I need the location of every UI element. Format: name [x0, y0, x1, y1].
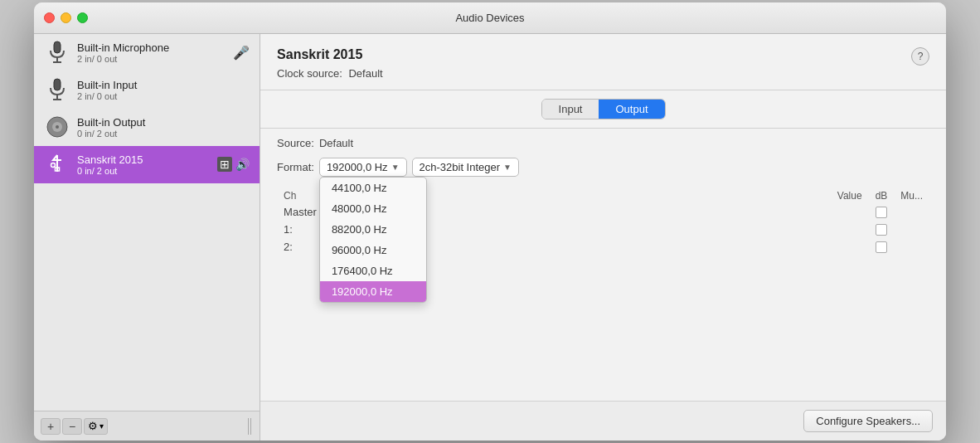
device-name: Built-in Output [77, 116, 250, 129]
device-item-sanskrit-2015[interactable]: Sanskrit 2015 0 in/ 2 out ⊞ 🔊 [34, 146, 260, 183]
mu-1 [869, 221, 895, 238]
sample-rate-dropdown[interactable]: 192000,0 Hz ▼ 44100,0 Hz 48000,0 Hz 8820… [319, 158, 407, 177]
svg-rect-0 [54, 41, 61, 53]
device-info: Built-in Microphone 2 in/ 0 out [77, 41, 233, 64]
device-header: Sanskrit 2015 Clock source: Default ? [260, 34, 946, 90]
help-button[interactable]: ? [911, 47, 929, 66]
device-list: Built-in Microphone 2 in/ 0 out 🎤 [34, 34, 260, 411]
device-name: Built-in Microphone [77, 41, 233, 54]
bit-depth-dropdown[interactable]: 2ch-32bit Integer ▼ [412, 158, 519, 177]
device-header-info: Sanskrit 2015 Clock source: Default [277, 47, 383, 80]
sample-rate-option-88200[interactable]: 88200,0 Hz [320, 219, 426, 240]
value-master [665, 203, 831, 221]
sample-rate-menu: 44100,0 Hz 48000,0 Hz 88200,0 Hz 96000,0… [319, 177, 427, 303]
input-icon [44, 76, 70, 103]
bit-depth-btn[interactable]: 2ch-32bit Integer ▼ [412, 158, 519, 177]
settings-button[interactable]: ⚙ ▾ [84, 418, 108, 435]
mu-master [869, 203, 895, 221]
cell-4 [652, 221, 665, 238]
minimize-button[interactable] [61, 12, 71, 23]
speaker-icon: 🔊 [235, 158, 250, 171]
device-right-icons: ⊞ 🔊 [217, 157, 250, 172]
cell-3 [403, 203, 652, 221]
audio-devices-window: Audio Devices Built-in [34, 2, 946, 441]
device-title: Sanskrit 2015 [277, 47, 383, 62]
tab-group: Input Output [541, 99, 666, 119]
sample-rate-option-44100[interactable]: 44100,0 Hz [320, 178, 426, 198]
mute-checkbox-ch1[interactable] [876, 224, 887, 236]
mu-2 [869, 238, 895, 256]
mute-checkbox-master[interactable] [876, 207, 887, 218]
device-channels: 0 in/ 2 out [77, 166, 217, 176]
clock-source: Clock source: Default [277, 67, 383, 80]
device-channels: 2 in/ 0 out [77, 54, 233, 64]
col-db: dB [869, 188, 895, 203]
content: Built-in Microphone 2 in/ 0 out 🎤 [34, 34, 946, 441]
device-info: Sanskrit 2015 0 in/ 2 out [77, 153, 217, 176]
mute-checkbox-ch2[interactable] [876, 241, 887, 253]
device-channels: 2 in/ 0 out [77, 91, 250, 101]
source-value: Default [319, 137, 353, 149]
db-master [831, 203, 869, 221]
value-2 [665, 238, 831, 256]
col-value: Value [831, 188, 869, 203]
configure-speakers-button[interactable]: Configure Speakers... [803, 410, 933, 432]
ch-master: Master [277, 203, 323, 221]
traffic-lights [44, 12, 88, 23]
usb-icon [44, 151, 70, 178]
bottom-bar: Configure Speakers... [260, 401, 946, 441]
maximize-button[interactable] [77, 12, 88, 23]
device-channels: 0 in/ 2 out [77, 129, 250, 139]
bit-depth-value: 2ch-32bit Integer [420, 161, 501, 173]
device-item-builtin-output[interactable]: Built-in Output 0 in/ 2 out [34, 109, 260, 146]
db-2 [831, 238, 869, 256]
sample-rate-option-96000[interactable]: 96000,0 Hz [320, 240, 426, 260]
ch-1: 1: [277, 221, 323, 238]
svg-point-8 [56, 125, 59, 129]
sample-rate-option-176400[interactable]: 176400,0 Hz [320, 260, 426, 281]
settings-chevron: ▾ [99, 421, 104, 431]
cell-3 [403, 221, 652, 238]
cell-4 [652, 203, 665, 221]
col-4 [652, 188, 665, 203]
sample-rate-value: 192000,0 Hz [327, 161, 388, 173]
gear-icon: ⚙ [88, 420, 98, 432]
remove-device-button[interactable]: − [62, 418, 82, 435]
format-row: Format: 192000,0 Hz ▼ 44100,0 Hz 48000, [277, 158, 929, 177]
close-button[interactable] [44, 12, 55, 23]
device-item-builtin-input[interactable]: Built-in Input 2 in/ 0 out [34, 71, 260, 109]
col-mu: Mu... [894, 188, 929, 203]
io-section: Source: Default Format: 192000,0 Hz ▼ [260, 129, 946, 264]
mic-input-icon: 🎤 [233, 45, 250, 61]
value-1 [665, 221, 831, 238]
ch-2: 2: [277, 238, 323, 256]
resize-handle [248, 418, 253, 435]
clock-source-label: Clock source: [277, 67, 342, 80]
cell-3 [403, 238, 652, 256]
tab-output[interactable]: Output [599, 100, 664, 119]
db-1 [831, 221, 869, 238]
svg-point-10 [51, 163, 56, 168]
sample-rate-option-192000[interactable]: 192000,0 Hz [320, 281, 426, 302]
device-right-icons: 🎤 [233, 45, 250, 61]
sidebar: Built-in Microphone 2 in/ 0 out 🎤 [34, 34, 260, 441]
chevron-down-icon: ▼ [391, 163, 400, 172]
col-3 [403, 188, 652, 203]
cell-4 [652, 238, 665, 256]
sample-rate-btn[interactable]: 192000,0 Hz ▼ [319, 158, 407, 177]
sample-rate-option-48000[interactable]: 48000,0 Hz [320, 198, 426, 219]
titlebar: Audio Devices [34, 2, 946, 34]
main-panel: Sanskrit 2015 Clock source: Default ? In… [260, 34, 946, 441]
microphone-icon [44, 39, 70, 66]
device-name: Sanskrit 2015 [77, 153, 217, 166]
format-dropdowns: 192000,0 Hz ▼ 44100,0 Hz 48000,0 Hz 8820… [319, 158, 519, 177]
device-item-builtin-microphone[interactable]: Built-in Microphone 2 in/ 0 out 🎤 [34, 34, 260, 71]
tab-input[interactable]: Input [542, 100, 599, 119]
add-device-button[interactable]: + [41, 418, 61, 435]
col-5 [665, 188, 831, 203]
device-info: Built-in Output 0 in/ 2 out [77, 116, 250, 139]
screen-icon: ⊞ [217, 157, 232, 172]
device-info: Built-in Input 2 in/ 0 out [77, 79, 250, 101]
format-label: Format: [277, 161, 314, 173]
chevron-down-icon-2: ▼ [503, 163, 512, 172]
